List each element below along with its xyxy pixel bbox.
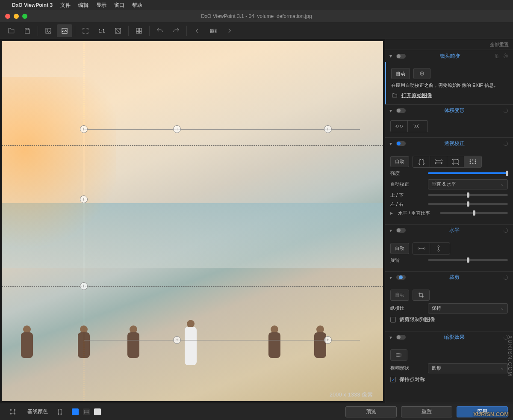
crop-tool-icon[interactable] [413,290,430,301]
leftright-slider[interactable] [428,203,508,205]
blur-shape-select[interactable]: 圆形⌄ [428,363,508,373]
loupe-icon[interactable] [110,24,126,37]
open-file-icon[interactable] [3,24,19,37]
image-canvas[interactable]: + + + + + + + 2000 x 1333 像素 [2,41,383,401]
svg-rect-0 [46,28,51,33]
baseline-vertical-icon[interactable] [52,405,68,418]
control-handle[interactable]: + [80,282,88,290]
zoom-1to1[interactable]: 1:1 [94,24,109,37]
chevron-down-icon[interactable]: ▾ [389,275,394,281]
redo-icon[interactable] [168,24,184,37]
chevron-down-icon[interactable]: ▾ [389,141,394,147]
save-icon[interactable] [20,24,35,37]
chevron-down-icon[interactable]: ▾ [389,334,394,340]
fit-screen-icon[interactable] [78,24,93,37]
panel-toggle[interactable] [396,275,406,280]
menu-file[interactable]: 文件 [60,2,71,9]
expand-icon[interactable]: ▸ [390,210,395,216]
color-swatch-white[interactable] [94,408,101,415]
menu-edit[interactable]: 编辑 [78,2,88,9]
intensity-label: 强度 [390,170,425,177]
panel-toggle[interactable] [396,335,406,340]
blur-shape-label: 模糊形状 [390,365,425,371]
open-original-button[interactable]: 打开原始图像 [391,92,508,99]
zoom-window[interactable] [22,14,27,19]
rotate-slider[interactable] [428,259,508,261]
panel-title: 缩影效果 [408,334,500,341]
svg-rect-10 [496,55,499,58]
baseline-horizontal-icon[interactable] [83,408,90,415]
perspective-8point-icon[interactable] [464,156,481,167]
perspective-line-left[interactable] [84,129,84,340]
auto-horizon-button[interactable]: 自动 [390,243,409,254]
macos-menubar: DxO ViewPoint 3 文件 编辑 显示 窗口 帮助 [0,0,513,10]
ratio-slider[interactable] [440,212,508,214]
limit-crop-checkbox[interactable] [390,317,396,322]
perspective-line-bottom[interactable] [84,340,360,340]
reset-all-button[interactable]: 全部重置 [490,41,509,48]
next-image-icon[interactable] [222,24,237,37]
volume-diagonal-icon[interactable] [408,121,425,132]
menu-help[interactable]: 帮助 [132,2,142,9]
perspective-vertical-icon[interactable] [413,156,430,167]
distortion-mode-icon[interactable] [413,68,430,79]
app-menu[interactable]: DxO ViewPoint 3 [12,2,53,8]
reset-icon[interactable] [503,141,509,147]
prev-image-icon[interactable] [189,24,205,37]
control-handle[interactable]: + [173,336,181,344]
volume-horizontal-icon[interactable] [391,121,408,132]
reset-icon[interactable] [503,53,509,59]
fit-image-icon[interactable] [57,24,72,37]
control-handle[interactable]: + [80,195,88,203]
panel-toggle[interactable] [396,141,406,146]
auto-distortion-button[interactable]: 自动 [391,68,410,79]
panel-horizon: ▾ 水平 自动 旋转 [385,224,513,271]
thumbnails-icon[interactable] [206,24,221,37]
reset-icon[interactable] [503,108,509,114]
control-handle[interactable]: + [324,125,332,133]
perspective-horizontal-icon[interactable] [430,156,447,167]
miniature-tool-icon[interactable] [390,349,407,361]
menu-view[interactable]: 显示 [96,2,106,9]
svg-point-35 [418,248,419,249]
intensity-slider[interactable] [428,172,508,174]
close-window[interactable] [5,14,10,19]
perspective-rectangle-icon[interactable] [447,156,464,167]
minimize-window[interactable] [14,14,19,19]
guide-horizontal[interactable] [2,145,383,146]
copy-icon[interactable] [494,53,500,59]
reference-points-icon[interactable] [5,405,21,418]
color-swatch-blue[interactable] [72,408,79,415]
autocorrect-label: 自动校正 [390,181,425,187]
control-handle[interactable]: + [80,125,88,133]
horizon-horizontal-icon[interactable] [413,243,430,254]
horizon-vertical-icon[interactable] [430,243,447,254]
panel-toggle[interactable] [396,228,406,233]
chevron-down-icon[interactable]: ▾ [389,108,394,114]
control-handle[interactable]: + [173,125,181,133]
watermark-bottom: XURISN.COM [473,411,509,417]
aspect-select[interactable]: 保持⌄ [428,303,508,314]
menu-window[interactable]: 窗口 [114,2,124,9]
chevron-down-icon[interactable]: ▾ [389,228,394,234]
reset-icon[interactable] [503,228,509,234]
updown-slider[interactable] [428,194,508,196]
autocorrect-select[interactable]: 垂直 & 水平⌄ [428,179,508,189]
auto-perspective-button[interactable]: 自动 [390,156,409,167]
symmetric-checkbox[interactable]: ✓ [390,377,396,382]
reset-button[interactable]: 重置 [401,406,452,417]
perspective-line-top[interactable] [84,129,360,130]
chevron-down-icon[interactable]: ▾ [389,53,394,59]
image-info-icon[interactable] [41,24,56,37]
guide-horizontal[interactable] [2,286,383,287]
panel-toggle[interactable] [396,54,406,59]
control-handle[interactable]: + [324,336,332,344]
undo-icon[interactable] [152,24,168,37]
window-title: DxO ViewPoint 3.1 - 04_volume_deformatio… [0,13,513,19]
auto-crop-button[interactable]: 自动 [390,290,409,301]
svg-rect-3 [210,29,212,30]
panel-toggle[interactable] [396,108,406,113]
grid-icon[interactable] [131,24,147,37]
preview-button[interactable]: 预览 [345,406,397,417]
reset-icon[interactable] [503,275,509,281]
